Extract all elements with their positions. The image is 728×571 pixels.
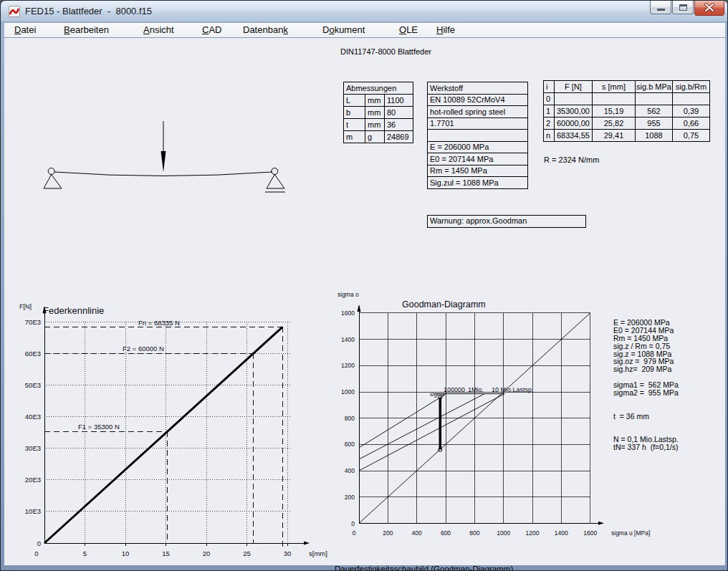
table-row: E = 206000 MPa [428, 141, 528, 153]
y-tick-labels: 70E3 60E3 50E3 40E3 30E3 20E3 10E3 0 [25, 318, 41, 547]
svg-text:800: 800 [469, 529, 479, 537]
cell-ratio [673, 93, 710, 105]
cell-i: 1 [544, 105, 555, 117]
header-i: i [544, 81, 555, 93]
svg-text:5: 5 [83, 550, 87, 557]
cell-i: 2 [544, 117, 555, 130]
operating-point-label: sigma [430, 391, 445, 398]
cell-material: E = 206000 MPa [428, 141, 528, 153]
cell-unit: mm [365, 95, 385, 107]
load-arrow-head [161, 151, 166, 172]
dimensions-table: Abmessungen Lmm1100 bmm80 tmm36 mg24869 [343, 82, 413, 143]
x-axis-label: s[mm] [309, 550, 327, 557]
result-line: sig.z / Rm = 0,75 [613, 342, 679, 350]
annotation-f2: F2 = 60000 N [123, 345, 164, 352]
table-row: Werkstoff [428, 82, 528, 95]
cell-material: hot-rolled spring steel [428, 106, 528, 118]
spring-leaf-line [54, 172, 272, 176]
table-row: Rm = 1450 MPa [428, 165, 528, 177]
goodman-diagram-chart: Goodman-Diagramm sigma o 1600 1400 1200 … [330, 287, 653, 545]
cell-force [555, 93, 593, 105]
table-row: Abmessungen [344, 82, 413, 95]
svg-text:1200: 1200 [526, 529, 540, 537]
load-table: i F [N] s [mm] sig.b MPa sig.b/Rm 0 1353… [543, 80, 710, 142]
table-row: hot-rolled spring steel [428, 106, 528, 118]
cell-material: EN 10089 52CrMoV4 [428, 94, 528, 106]
cell-symbol: L [344, 95, 365, 107]
document-view: DIN11747-8000 Blattfeder Abmessungen Lmm… [1, 1, 728, 571]
x-tick-labels: 0 200 400 600 800 1000 1200 1400 1600 [353, 529, 598, 537]
y-tick-labels: 1600 1400 1200 1000 800 600 400 200 0 [341, 310, 355, 527]
cell-i: 0 [544, 93, 555, 105]
svg-text:10 Mio.Lastsp.: 10 Mio.Lastsp. [492, 386, 534, 393]
svg-text:30: 30 [284, 550, 292, 557]
result-line [613, 397, 679, 405]
cell-force: 60000,00 [555, 117, 593, 130]
cell-value: 1100 [385, 95, 413, 107]
cell-value: 80 [385, 107, 413, 119]
svg-text:1Mio.: 1Mio. [468, 386, 484, 393]
header-ratio: sig.b/Rm [673, 81, 710, 93]
table-row: 135300,0015,195620,39 [544, 105, 710, 117]
app-window: FED15 - Blattfeder - 8000.f15 Datei Bear… [0, 0, 728, 571]
spring-characteristic-line [44, 327, 282, 543]
svg-text:600: 600 [441, 529, 451, 537]
cell-travel: 29,41 [593, 130, 636, 142]
results-panel: E = 206000 MPa E0 = 207144 MPa Rm = 1450… [613, 319, 679, 451]
svg-text:30E3: 30E3 [25, 444, 41, 452]
result-line: sigma2 = 955 MPa [613, 389, 679, 397]
header-force: F [N] [555, 81, 593, 93]
table-row: EN 10089 52CrMoV4 [428, 94, 528, 106]
table-row: i F [N] s [mm] sig.b MPa sig.b/Rm [544, 81, 710, 93]
cell-i: n [544, 130, 555, 142]
leaf-spring-schematic [29, 108, 302, 201]
cell-ratio: 0,75 [673, 130, 710, 142]
right-support-triangle [267, 175, 284, 189]
svg-text:800: 800 [345, 415, 355, 422]
svg-text:0: 0 [353, 529, 356, 537]
annotation-fn: Fn = 68335 N [138, 319, 180, 327]
y-axis-arrow [358, 304, 361, 312]
table-row: 1.7701 [428, 117, 528, 130]
svg-text:0: 0 [34, 550, 38, 557]
x-axis-arrow [304, 542, 310, 545]
svg-text:60E3: 60E3 [25, 350, 41, 358]
fatigue-line-10mio [359, 394, 504, 471]
svg-text:40E3: 40E3 [25, 413, 41, 421]
table-row: tmm36 [344, 119, 413, 131]
table-row: E0 = 207144 MPa [428, 153, 528, 165]
svg-text:15: 15 [162, 550, 170, 557]
svg-text:1000: 1000 [341, 388, 355, 395]
x-axis-arrow [598, 522, 604, 525]
material-table: Werkstoff EN 10089 52CrMoV4 hot-rolled s… [427, 82, 528, 189]
cell-material: Rm = 1450 MPa [428, 165, 528, 177]
dimensions-table-title: Abmessungen [344, 82, 413, 95]
cell-force: 35300,00 [555, 105, 593, 117]
x-axis-label: sigma u [MPa] [611, 529, 650, 537]
cell-unit: mm [365, 119, 385, 131]
cell-unit: g [365, 131, 385, 143]
right-pivot-circle [272, 168, 278, 175]
svg-text:25: 25 [243, 550, 251, 557]
svg-text:20E3: 20E3 [25, 476, 41, 484]
svg-text:1200: 1200 [341, 362, 355, 369]
table-row: Lmm1100 [344, 95, 413, 107]
cell-material: E0 = 207144 MPa [428, 153, 528, 165]
cell-symbol: m [344, 131, 365, 143]
svg-text:400: 400 [412, 529, 422, 537]
result-line: t = 36 mm [613, 413, 679, 421]
drawing-title: DIN11747-8000 Blattfeder [340, 47, 431, 56]
x-tick-labels: 0 5 10 15 20 25 30 [34, 550, 291, 557]
svg-text:10: 10 [122, 550, 130, 557]
svg-text:50E3: 50E3 [25, 381, 41, 389]
cell-stress [636, 93, 673, 105]
cell-travel: 25,82 [593, 117, 636, 130]
cell-stress: 562 [636, 105, 673, 117]
chart-title: Federkennlinie [43, 305, 104, 316]
cell-symbol: t [344, 119, 365, 131]
svg-text:1400: 1400 [341, 336, 355, 343]
svg-text:1400: 1400 [555, 529, 568, 537]
table-row: 260000,0025,829550,66 [544, 117, 710, 130]
cell-stress: 955 [636, 117, 673, 130]
table-row: Sig.zul = 1088 MPa [428, 177, 528, 189]
